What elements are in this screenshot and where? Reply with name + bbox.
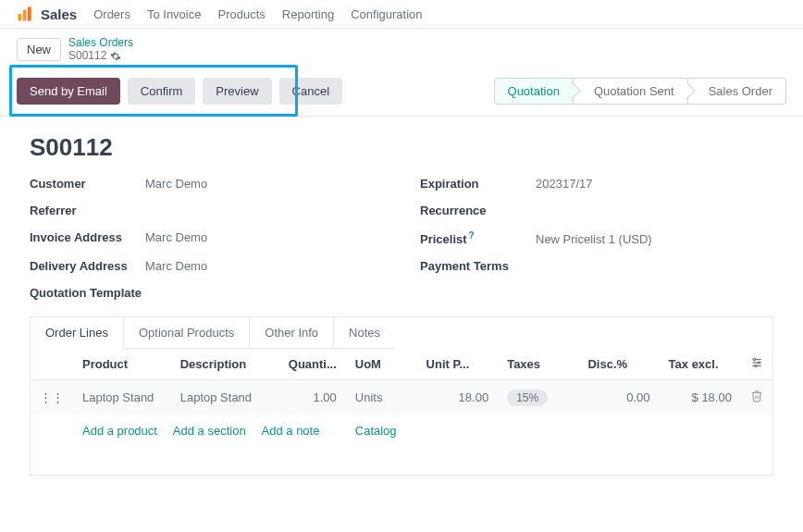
svg-point-8 <box>755 365 757 366</box>
cell-uom[interactable]: Units <box>346 380 417 415</box>
order-lines-table: Product Description Quanti... UoM Unit P… <box>30 349 773 476</box>
field-invoice-address: Invoice Address Marc Demo <box>30 230 383 246</box>
cell-unit-price[interactable]: 18.00 <box>417 380 499 415</box>
col-unit-price[interactable]: Unit P... <box>417 349 499 380</box>
form-body: S00112 Customer Marc Demo Expiration 202… <box>0 117 803 492</box>
cell-quantity[interactable]: 1.00 <box>279 380 346 415</box>
drag-handle-icon[interactable]: ⋮⋮ <box>31 380 74 415</box>
value-customer[interactable]: Marc Demo <box>145 177 207 191</box>
new-button[interactable]: New <box>17 38 61 61</box>
label-recurrence: Recurrence <box>420 204 536 217</box>
value-expiration[interactable]: 202317/17 <box>536 177 592 191</box>
table-header-row: Product Description Quanti... UoM Unit P… <box>31 349 773 380</box>
breadcrumb-current: S00112 <box>68 49 133 62</box>
add-note-link[interactable]: Add a note <box>262 424 320 438</box>
col-taxes[interactable]: Taxes <box>498 349 578 380</box>
cancel-button[interactable]: Cancel <box>279 78 342 105</box>
field-delivery-address: Delivery Address Marc Demo <box>30 259 383 273</box>
label-pricelist: Pricelist? <box>420 230 536 246</box>
svg-rect-2 <box>28 7 31 21</box>
stage-bar: Quotation Quotation Sent Sales Order <box>494 78 786 105</box>
sales-app-icon <box>17 6 33 22</box>
field-pricelist: Pricelist? New Pricelist 1 (USD) <box>420 230 773 246</box>
stage-quotation-sent[interactable]: Quotation Sent <box>574 78 688 105</box>
tabs: Order Lines Optional Products Other Info… <box>30 316 773 349</box>
col-quantity[interactable]: Quanti... <box>279 349 346 380</box>
catalog-link[interactable]: Catalog <box>355 424 397 438</box>
breadcrumb-parent[interactable]: Sales Orders <box>68 36 133 49</box>
col-description[interactable]: Description <box>171 349 279 380</box>
tax-pill[interactable]: 15% <box>507 390 548 406</box>
label-invoice-address: Invoice Address <box>30 230 145 244</box>
page-title: S00112 <box>30 133 773 162</box>
label-pricelist-text: Pricelist <box>420 232 467 246</box>
top-nav: Sales Orders To Invoice Products Reporti… <box>0 0 803 29</box>
value-pricelist[interactable]: New Pricelist 1 (USD) <box>536 232 652 246</box>
confirm-button[interactable]: Confirm <box>128 78 196 105</box>
breadcrumb-current-label: S00112 <box>68 49 106 62</box>
cell-description[interactable]: Laptop Stand <box>171 380 279 415</box>
value-delivery-address[interactable]: Marc Demo <box>145 259 207 273</box>
sliders-icon[interactable] <box>750 356 763 369</box>
action-buttons: Send by Email Confirm Preview Cancel <box>17 78 342 105</box>
label-customer: Customer <box>30 177 145 191</box>
gear-icon[interactable] <box>110 51 121 62</box>
field-grid: Customer Marc Demo Expiration 202317/17 … <box>30 177 773 300</box>
nav-to-invoice[interactable]: To Invoice <box>147 7 202 21</box>
trash-icon[interactable] <box>750 390 763 402</box>
help-icon[interactable]: ? <box>469 230 475 241</box>
breadcrumb: New Sales Orders S00112 <box>0 29 803 70</box>
cell-delete[interactable] <box>741 380 773 415</box>
col-settings[interactable] <box>741 349 773 380</box>
cell-product[interactable]: Laptop Stand <box>73 380 171 415</box>
field-quotation-template: Quotation Template <box>30 286 383 300</box>
field-referrer: Referrer <box>30 204 383 217</box>
brand-label: Sales <box>41 6 77 22</box>
col-tax-excl[interactable]: Tax excl. <box>660 349 741 380</box>
label-expiration: Expiration <box>420 177 536 191</box>
cell-tax-excl: $ 18.00 <box>660 380 741 415</box>
field-payment-terms: Payment Terms <box>420 259 773 273</box>
breadcrumb-stack: Sales Orders S00112 <box>68 36 133 63</box>
col-disc[interactable]: Disc.% <box>578 349 659 380</box>
add-product-link[interactable]: Add a product <box>82 424 157 438</box>
stage-sales-order[interactable]: Sales Order <box>688 78 786 105</box>
brand[interactable]: Sales <box>17 6 77 22</box>
col-drag <box>31 349 74 380</box>
tab-other-info[interactable]: Other Info <box>250 317 334 349</box>
nav-products[interactable]: Products <box>217 7 265 21</box>
svg-rect-0 <box>19 14 22 21</box>
add-row: Add a product Add a section Add a note C… <box>31 414 773 447</box>
stage-quotation[interactable]: Quotation <box>494 78 574 105</box>
field-expiration: Expiration 202317/17 <box>420 177 773 191</box>
tab-order-lines[interactable]: Order Lines <box>31 317 124 349</box>
tab-notes[interactable]: Notes <box>334 317 395 349</box>
table-row[interactable]: ⋮⋮ Laptop Stand Laptop Stand 1.00 Units … <box>31 380 773 415</box>
col-uom[interactable]: UoM <box>346 349 417 380</box>
add-section-link[interactable]: Add a section <box>173 424 246 438</box>
send-by-email-button[interactable]: Send by Email <box>17 78 120 105</box>
preview-button[interactable]: Preview <box>203 78 271 105</box>
field-recurrence: Recurrence <box>420 204 773 217</box>
svg-point-7 <box>758 362 760 364</box>
col-product[interactable]: Product <box>73 349 171 380</box>
nav-configuration[interactable]: Configuration <box>351 7 422 21</box>
label-payment-terms: Payment Terms <box>420 259 536 273</box>
cell-taxes[interactable]: 15% <box>498 380 578 415</box>
spacer-row <box>31 447 773 475</box>
value-invoice-address[interactable]: Marc Demo <box>145 230 207 244</box>
field-customer: Customer Marc Demo <box>30 177 383 191</box>
svg-rect-1 <box>23 10 27 21</box>
tab-optional-products[interactable]: Optional Products <box>124 317 250 349</box>
action-row: Send by Email Confirm Preview Cancel Quo… <box>0 70 803 117</box>
nav-orders[interactable]: Orders <box>93 7 130 21</box>
label-referrer: Referrer <box>30 204 145 217</box>
svg-point-6 <box>753 358 755 360</box>
cell-disc[interactable]: 0.00 <box>578 380 659 415</box>
label-quotation-template: Quotation Template <box>30 286 168 300</box>
label-delivery-address: Delivery Address <box>30 259 145 273</box>
nav-reporting[interactable]: Reporting <box>282 7 334 21</box>
